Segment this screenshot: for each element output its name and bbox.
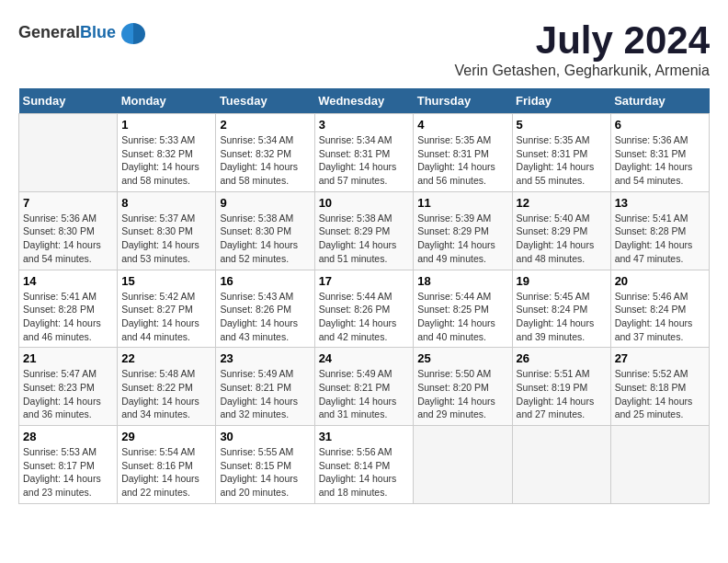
calendar-cell: 23Sunrise: 5:49 AMSunset: 8:21 PMDayligh… (216, 348, 314, 426)
calendar-cell: 14Sunrise: 5:41 AMSunset: 8:28 PMDayligh… (19, 270, 118, 348)
day-info: Sunrise: 5:56 AMSunset: 8:14 PMDaylight:… (319, 445, 410, 500)
day-number: 8 (121, 196, 211, 210)
day-info: Sunrise: 5:41 AMSunset: 8:28 PMDaylight:… (23, 290, 113, 344)
day-info: Sunrise: 5:54 AMSunset: 8:16 PMDaylight:… (121, 445, 211, 500)
calendar-header-monday: Monday (118, 88, 216, 114)
day-number: 10 (319, 196, 410, 210)
day-info: Sunrise: 5:48 AMSunset: 8:22 PMDaylight:… (121, 367, 211, 421)
day-info: Sunrise: 5:51 AMSunset: 8:19 PMDaylight:… (517, 367, 607, 421)
calendar-cell: 13Sunrise: 5:41 AMSunset: 8:28 PMDayligh… (610, 191, 709, 270)
day-info: Sunrise: 5:42 AMSunset: 8:27 PMDaylight:… (121, 290, 211, 344)
day-number: 7 (23, 196, 113, 210)
calendar-week-1: 7Sunrise: 5:36 AMSunset: 8:30 PMDaylight… (19, 191, 710, 270)
day-info: Sunrise: 5:53 AMSunset: 8:17 PMDaylight:… (23, 445, 113, 500)
calendar-week-4: 28Sunrise: 5:53 AMSunset: 8:17 PMDayligh… (19, 426, 710, 504)
calendar-table: SundayMondayTuesdayWednesdayThursdayFrid… (18, 88, 710, 504)
day-info: Sunrise: 5:37 AMSunset: 8:30 PMDaylight:… (121, 212, 211, 266)
calendar-cell (610, 426, 709, 504)
day-info: Sunrise: 5:41 AMSunset: 8:28 PMDaylight:… (615, 212, 705, 266)
calendar-cell: 12Sunrise: 5:40 AMSunset: 8:29 PMDayligh… (512, 191, 610, 270)
calendar-cell: 17Sunrise: 5:44 AMSunset: 8:26 PMDayligh… (314, 270, 414, 348)
day-number: 20 (615, 274, 705, 288)
day-info: Sunrise: 5:52 AMSunset: 8:18 PMDaylight:… (615, 367, 705, 421)
calendar-cell: 15Sunrise: 5:42 AMSunset: 8:27 PMDayligh… (118, 270, 216, 348)
day-number: 19 (517, 274, 607, 288)
day-info: Sunrise: 5:34 AMSunset: 8:31 PMDaylight:… (319, 133, 410, 188)
calendar-cell: 22Sunrise: 5:48 AMSunset: 8:22 PMDayligh… (118, 348, 216, 426)
day-number: 6 (615, 118, 705, 132)
calendar-header-wednesday: Wednesday (314, 88, 414, 114)
day-number: 13 (615, 196, 705, 210)
day-info: Sunrise: 5:49 AMSunset: 8:21 PMDaylight:… (220, 367, 310, 421)
day-number: 17 (319, 274, 410, 288)
calendar-cell: 1Sunrise: 5:33 AMSunset: 8:32 PMDaylight… (118, 114, 216, 192)
day-number: 12 (517, 196, 607, 210)
calendar-week-3: 21Sunrise: 5:47 AMSunset: 8:23 PMDayligh… (19, 348, 710, 426)
calendar-header-row: SundayMondayTuesdayWednesdayThursdayFrid… (19, 88, 710, 114)
day-number: 23 (220, 351, 310, 365)
calendar-week-2: 14Sunrise: 5:41 AMSunset: 8:28 PMDayligh… (19, 270, 710, 348)
day-number: 11 (417, 196, 507, 210)
day-number: 3 (319, 118, 410, 132)
calendar-cell: 20Sunrise: 5:46 AMSunset: 8:24 PMDayligh… (610, 270, 709, 348)
calendar-cell: 2Sunrise: 5:34 AMSunset: 8:32 PMDaylight… (216, 114, 314, 192)
calendar-header-friday: Friday (512, 88, 610, 114)
calendar-header-saturday: Saturday (610, 88, 709, 114)
calendar-cell (19, 114, 118, 192)
day-info: Sunrise: 5:50 AMSunset: 8:20 PMDaylight:… (417, 367, 507, 421)
logo: GeneralBlue (18, 18, 147, 46)
title-section: July 2024 Verin Getashen, Gegharkunik, A… (455, 18, 711, 79)
calendar-cell: 3Sunrise: 5:34 AMSunset: 8:31 PMDaylight… (314, 114, 414, 192)
calendar-week-0: 1Sunrise: 5:33 AMSunset: 8:32 PMDaylight… (19, 114, 710, 192)
day-info: Sunrise: 5:35 AMSunset: 8:31 PMDaylight:… (517, 133, 607, 188)
day-info: Sunrise: 5:44 AMSunset: 8:25 PMDaylight:… (417, 290, 507, 344)
calendar-cell: 6Sunrise: 5:36 AMSunset: 8:31 PMDaylight… (610, 114, 709, 192)
day-number: 9 (220, 196, 310, 210)
day-number: 25 (417, 351, 507, 365)
day-number: 26 (517, 351, 607, 365)
day-info: Sunrise: 5:47 AMSunset: 8:23 PMDaylight:… (23, 367, 113, 421)
calendar-cell: 9Sunrise: 5:38 AMSunset: 8:30 PMDaylight… (216, 191, 314, 270)
calendar-cell: 26Sunrise: 5:51 AMSunset: 8:19 PMDayligh… (512, 348, 610, 426)
day-number: 16 (220, 274, 310, 288)
calendar-header-thursday: Thursday (414, 88, 512, 114)
day-info: Sunrise: 5:40 AMSunset: 8:29 PMDaylight:… (517, 212, 607, 266)
day-info: Sunrise: 5:33 AMSunset: 8:32 PMDaylight:… (121, 133, 211, 188)
day-number: 15 (121, 274, 211, 288)
day-info: Sunrise: 5:46 AMSunset: 8:24 PMDaylight:… (615, 290, 705, 344)
calendar-cell: 25Sunrise: 5:50 AMSunset: 8:20 PMDayligh… (414, 348, 512, 426)
day-number: 28 (23, 430, 113, 443)
day-number: 2 (220, 118, 310, 132)
day-info: Sunrise: 5:49 AMSunset: 8:21 PMDaylight:… (319, 367, 410, 421)
day-info: Sunrise: 5:34 AMSunset: 8:32 PMDaylight:… (220, 133, 310, 188)
day-info: Sunrise: 5:55 AMSunset: 8:15 PMDaylight:… (220, 445, 310, 500)
day-info: Sunrise: 5:38 AMSunset: 8:29 PMDaylight:… (319, 212, 410, 266)
calendar-cell: 11Sunrise: 5:39 AMSunset: 8:29 PMDayligh… (414, 191, 512, 270)
calendar-cell: 5Sunrise: 5:35 AMSunset: 8:31 PMDaylight… (512, 114, 610, 192)
month-title: July 2024 (455, 18, 711, 63)
calendar-cell: 31Sunrise: 5:56 AMSunset: 8:14 PMDayligh… (314, 426, 414, 504)
calendar-cell: 19Sunrise: 5:45 AMSunset: 8:24 PMDayligh… (512, 270, 610, 348)
day-number: 24 (319, 351, 410, 365)
logo-general: General (18, 23, 80, 41)
page-header: GeneralBlue July 2024 Verin Getashen, Ge… (18, 18, 710, 79)
calendar-cell (414, 426, 512, 504)
calendar-cell: 16Sunrise: 5:43 AMSunset: 8:26 PMDayligh… (216, 270, 314, 348)
logo-icon (119, 18, 147, 46)
calendar-cell: 30Sunrise: 5:55 AMSunset: 8:15 PMDayligh… (216, 426, 314, 504)
day-info: Sunrise: 5:36 AMSunset: 8:31 PMDaylight:… (615, 133, 705, 188)
day-number: 30 (220, 430, 310, 443)
calendar-cell: 29Sunrise: 5:54 AMSunset: 8:16 PMDayligh… (118, 426, 216, 504)
calendar-cell: 21Sunrise: 5:47 AMSunset: 8:23 PMDayligh… (19, 348, 118, 426)
day-info: Sunrise: 5:45 AMSunset: 8:24 PMDaylight:… (517, 290, 607, 344)
day-number: 27 (615, 351, 705, 365)
calendar-cell: 24Sunrise: 5:49 AMSunset: 8:21 PMDayligh… (314, 348, 414, 426)
location-title: Verin Getashen, Gegharkunik, Armenia (455, 63, 711, 79)
calendar-cell: 4Sunrise: 5:35 AMSunset: 8:31 PMDaylight… (414, 114, 512, 192)
day-number: 5 (517, 118, 607, 132)
day-number: 4 (417, 118, 507, 132)
calendar-cell: 18Sunrise: 5:44 AMSunset: 8:25 PMDayligh… (414, 270, 512, 348)
calendar-cell: 28Sunrise: 5:53 AMSunset: 8:17 PMDayligh… (19, 426, 118, 504)
day-number: 31 (319, 430, 410, 443)
day-number: 14 (23, 274, 113, 288)
